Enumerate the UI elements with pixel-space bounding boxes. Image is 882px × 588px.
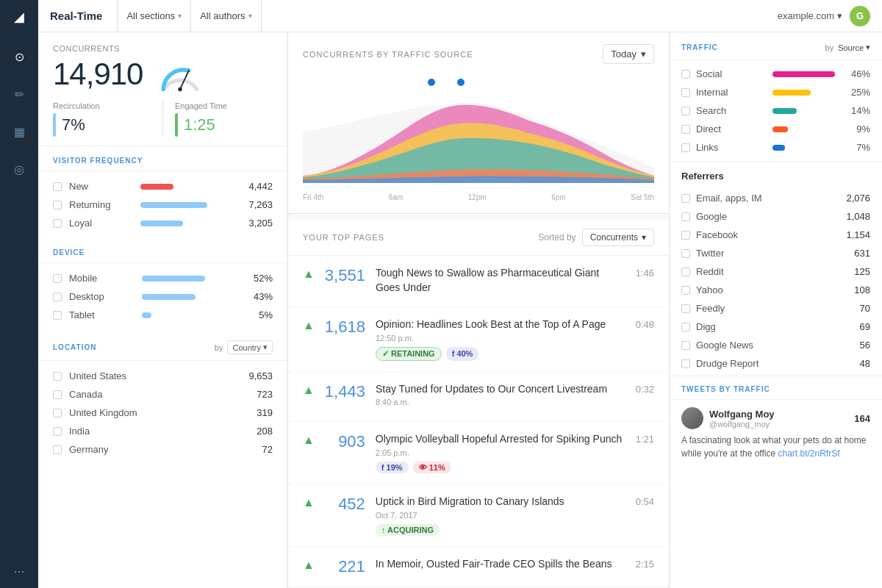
loyal-bar: [140, 220, 184, 226]
page-content: Olympic Volleyball Hopeful Arrested for …: [376, 432, 625, 473]
page-time: 0:48: [636, 319, 654, 330]
search-checkbox[interactable]: [681, 107, 690, 115]
internal-checkbox[interactable]: [681, 88, 690, 97]
returning-checkbox[interactable]: [53, 201, 62, 209]
top-nav: Real-Time All sections ▾ All authors ▾ e…: [38, 0, 882, 32]
sort-dropdown[interactable]: Concurrents ▾: [582, 229, 654, 246]
chart-time-dropdown[interactable]: Today ▾: [603, 44, 654, 64]
tweet-name: Wolfgang Moy: [709, 409, 848, 420]
more-icon[interactable]: ···: [13, 564, 24, 579]
avatar-image: [681, 407, 703, 429]
links-checkbox[interactable]: [681, 143, 690, 152]
feedly-label: Feedly: [696, 303, 860, 314]
yahoo-checkbox[interactable]: [681, 286, 690, 295]
page-title-text[interactable]: Tough News to Swallow as Pharmaceutical …: [376, 266, 625, 295]
up-arrow-icon: ▲: [303, 559, 315, 572]
pages-header: YOUR TOP PAGES Sorted by Concurrents ▾: [288, 220, 669, 256]
mobile-checkbox[interactable]: [53, 274, 62, 283]
chevron-down-icon: ▾: [642, 232, 646, 243]
canada-checkbox[interactable]: [53, 390, 62, 399]
tweet-link[interactable]: chart.bt/2nRfrSf: [778, 448, 839, 459]
location-by: by: [215, 343, 223, 352]
desktop-bar: [142, 294, 196, 300]
logo-icon: ◢: [14, 9, 24, 25]
list-item: Internal 25%: [681, 83, 870, 101]
page-title-text[interactable]: Olympic Volleyball Hopeful Arrested for …: [376, 432, 625, 447]
google-label: Google: [696, 211, 846, 222]
page-title-text[interactable]: Stay Tuned for Updates to Our Concert Li…: [376, 382, 625, 397]
page-title-text[interactable]: Opinion: Headlines Look Best at the Top …: [376, 318, 625, 332]
source-dropdown[interactable]: Source ▾: [838, 43, 870, 52]
direct-pct: 9%: [848, 123, 870, 135]
google-news-label: Google News: [696, 340, 860, 351]
germany-count: 72: [262, 444, 273, 455]
list-item: Digg 69: [681, 318, 870, 336]
digg-count: 69: [860, 321, 870, 332]
location-header: LOCATION by Country ▾: [38, 330, 287, 361]
authors-dropdown[interactable]: All authors ▾: [191, 0, 261, 32]
domain-selector[interactable]: example.com ▾: [778, 10, 842, 21]
loyal-checkbox[interactable]: [53, 219, 62, 228]
avatar[interactable]: G: [850, 6, 870, 26]
twitter-checkbox[interactable]: [681, 249, 690, 258]
analytics-icon[interactable]: ⊙: [10, 46, 29, 68]
drudge-checkbox[interactable]: [681, 359, 690, 368]
digg-checkbox[interactable]: [681, 323, 690, 331]
acquiring-badge: ↑ ACQUIRING: [376, 524, 440, 536]
desktop-label: Desktop: [69, 291, 135, 302]
pen-icon[interactable]: ✏: [10, 83, 29, 106]
tablet-checkbox[interactable]: [53, 311, 62, 320]
tweet-text: A fascinating look at what your pets do …: [681, 434, 870, 460]
eye-badge: 👁 11%: [413, 462, 451, 473]
chart-dot-blue: [428, 79, 435, 86]
social-checkbox[interactable]: [681, 70, 690, 79]
visitor-frequency-header: VISITOR FREQUENCY: [38, 146, 287, 171]
target-icon[interactable]: ◎: [10, 158, 29, 181]
germany-label: Germany: [69, 444, 255, 455]
referrers-header: Referrers: [670, 161, 882, 186]
list-item: Google 1,048: [681, 207, 870, 226]
page-badges: ✓ RETAINING f 40%: [376, 347, 625, 361]
google-news-checkbox[interactable]: [681, 341, 690, 350]
direct-checkbox[interactable]: [681, 125, 690, 134]
list-item: Desktop 43%: [53, 287, 273, 306]
traffic-by: by: [825, 43, 834, 52]
page-item: ▲ 221 In Memoir, Ousted Fair-Trade CEO S…: [288, 547, 669, 587]
chevron-down-icon: ▾: [641, 49, 646, 60]
list-item: Yahoo 108: [681, 281, 870, 299]
india-checkbox[interactable]: [53, 427, 62, 436]
reddit-checkbox[interactable]: [681, 268, 690, 276]
center-panel: CONCURRENTS BY TRAFFIC SOURCE Today ▾: [288, 32, 669, 588]
us-checkbox[interactable]: [53, 372, 62, 381]
drudge-count: 48: [860, 358, 870, 369]
page-time: 1:21: [636, 434, 654, 445]
facebook-label: Facebook: [696, 229, 846, 240]
new-count: 4,442: [243, 181, 273, 192]
up-arrow-icon: ▲: [303, 268, 315, 281]
location-dropdown[interactable]: Country ▾: [227, 340, 273, 354]
traffic-title: TRAFFIC: [681, 43, 825, 51]
bar-chart-icon[interactable]: ▦: [10, 121, 29, 143]
tweet-user-row: Wolfgang Moy @wolfgang_moy 164: [681, 407, 870, 429]
twitter-label: Twitter: [696, 248, 854, 259]
drudge-label: Drudge Report: [696, 358, 860, 369]
sections-dropdown[interactable]: All sections ▾: [117, 0, 191, 32]
uk-checkbox[interactable]: [53, 409, 62, 417]
desktop-checkbox[interactable]: [53, 293, 62, 301]
list-item: Email, apps, IM 2,076: [681, 189, 870, 207]
new-checkbox[interactable]: [53, 182, 62, 191]
page-title-text[interactable]: Uptick in Bird Migration to Canary Islan…: [376, 495, 625, 509]
page-content: Tough News to Swallow as Pharmaceutical …: [376, 266, 625, 296]
page-title: Real-Time: [50, 10, 102, 22]
canada-count: 723: [257, 389, 273, 400]
page-title-text[interactable]: In Memoir, Ousted Fair-Trade CEO Spills …: [376, 557, 625, 572]
chart-section: CONCURRENTS BY TRAFFIC SOURCE Today ▾: [288, 32, 669, 214]
list-item: India 208: [53, 422, 273, 440]
engaged-time-label: Engaged Time: [175, 101, 273, 110]
feedly-checkbox[interactable]: [681, 304, 690, 313]
google-checkbox[interactable]: [681, 212, 690, 221]
chart-dot-blue2: [457, 79, 465, 86]
germany-checkbox[interactable]: [53, 445, 62, 454]
email-checkbox[interactable]: [681, 194, 690, 203]
facebook-checkbox[interactable]: [681, 231, 690, 240]
